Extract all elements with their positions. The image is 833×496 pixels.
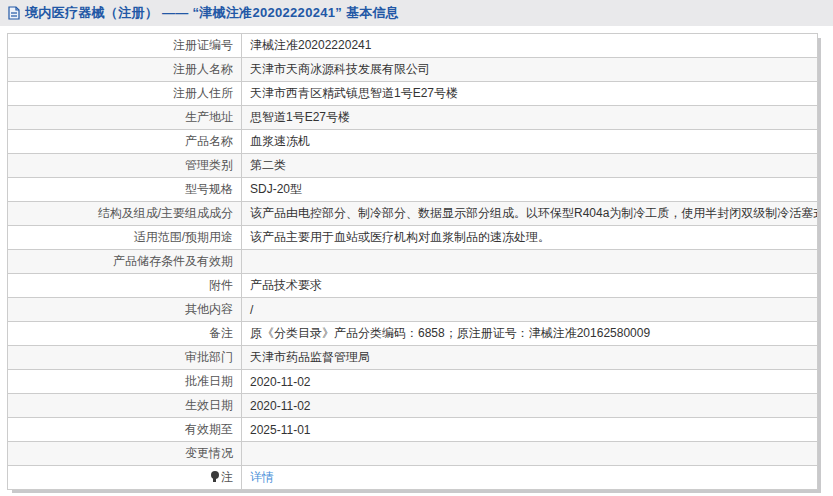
row-value: 第二类	[242, 154, 818, 178]
row-label-text: 批准日期	[185, 374, 233, 388]
row-value: 血浆速冻机	[242, 130, 818, 154]
row-label-text: 注册人名称	[173, 62, 233, 76]
row-value-text: 天津市西青区精武镇思智道1号E27号楼	[250, 86, 458, 100]
row-value-text: 产品技术要求	[250, 278, 322, 292]
row-label-text: 产品储存条件及有效期	[113, 254, 233, 268]
table-row: 注册人名称天津市天商冰源科技发展有限公司	[8, 58, 818, 82]
row-value-text: 2020-11-02	[250, 399, 311, 413]
row-value-text: 思智道1号E27号楼	[250, 110, 350, 124]
row-label-text: 生产地址	[185, 110, 233, 124]
row-label: 变更情况	[8, 442, 242, 466]
table-row: 有效期至2025-11-01	[8, 418, 818, 442]
detail-link[interactable]: 详情	[250, 470, 274, 484]
bulb-icon	[211, 471, 219, 482]
row-label-text: 注	[221, 470, 233, 484]
table-row: 批准日期2020-11-02	[8, 370, 818, 394]
table-row: 适用范围/预期用途该产品主要用于血站或医疗机构对血浆制品的速冻处理。	[8, 226, 818, 250]
row-label: 产品储存条件及有效期	[8, 250, 242, 274]
row-label-text: 变更情况	[185, 446, 233, 460]
row-label: 结构及组成/主要组成成分	[8, 202, 242, 226]
row-value-text: 该产品主要用于血站或医疗机构对血浆制品的速冻处理。	[250, 230, 550, 244]
row-label: 其他内容	[8, 298, 242, 322]
row-label: 适用范围/预期用途	[8, 226, 242, 250]
row-value-text: 原《分类目录》产品分类编码：6858；原注册证号：津械注准20162580009	[250, 326, 650, 340]
row-label-text: 审批部门	[185, 350, 233, 364]
table-row: 产品名称血浆速冻机	[8, 130, 818, 154]
row-value: 产品技术要求	[242, 274, 818, 298]
row-value: 该产品由电控部分、制冷部分、数据显示部分组成。以环保型R404a为制冷工质，使用…	[242, 202, 818, 226]
table-row: 附件产品技术要求	[8, 274, 818, 298]
row-value: /	[242, 298, 818, 322]
row-value-text: 2025-11-01	[250, 423, 311, 437]
table-row: 产品储存条件及有效期	[8, 250, 818, 274]
row-label-text: 有效期至	[185, 422, 233, 436]
row-value-text: 天津市天商冰源科技发展有限公司	[250, 62, 430, 76]
row-label: 审批部门	[8, 346, 242, 370]
row-value: 2020-11-02	[242, 370, 818, 394]
row-label-text: 注册证编号	[173, 38, 233, 52]
table-row: 型号规格SDJ-20型	[8, 178, 818, 202]
row-value: SDJ-20型	[242, 178, 818, 202]
row-label: 注册人住所	[8, 82, 242, 106]
row-label: 型号规格	[8, 178, 242, 202]
row-value: 2020-11-02	[242, 394, 818, 418]
row-label: 生效日期	[8, 394, 242, 418]
registration-info-table-container: 注册证编号津械注准20202220241注册人名称天津市天商冰源科技发展有限公司…	[7, 33, 818, 490]
row-value	[242, 442, 818, 466]
row-value-text: 该产品由电控部分、制冷部分、数据显示部分组成。以环保型R404a为制冷工质，使用…	[250, 206, 818, 220]
table-row: 审批部门天津市药品监督管理局	[8, 346, 818, 370]
row-label-text: 管理类别	[185, 158, 233, 172]
row-value: 天津市天商冰源科技发展有限公司	[242, 58, 818, 82]
row-value: 天津市西青区精武镇思智道1号E27号楼	[242, 82, 818, 106]
row-label: 批准日期	[8, 370, 242, 394]
row-value: 天津市药品监督管理局	[242, 346, 818, 370]
table-row: 备注原《分类目录》产品分类编码：6858；原注册证号：津械注准201625800…	[8, 322, 818, 346]
row-label-text: 注册人住所	[173, 86, 233, 100]
row-label: 生产地址	[8, 106, 242, 130]
row-value-text: /	[250, 303, 253, 317]
row-value: 详情	[242, 466, 818, 490]
row-label: 附件	[8, 274, 242, 298]
row-label-text: 产品名称	[185, 134, 233, 148]
row-label: 备注	[8, 322, 242, 346]
row-value-text: 血浆速冻机	[250, 134, 310, 148]
page-title: 境内医疗器械（注册） —— “津械注准20202220241” 基本信息	[25, 4, 399, 22]
row-label: 注册证编号	[8, 34, 242, 58]
row-label-text: 其他内容	[185, 302, 233, 316]
row-label-text: 型号规格	[185, 182, 233, 196]
row-value: 该产品主要用于血站或医疗机构对血浆制品的速冻处理。	[242, 226, 818, 250]
table-row: 管理类别第二类	[8, 154, 818, 178]
table-row: 结构及组成/主要组成成分该产品由电控部分、制冷部分、数据显示部分组成。以环保型R…	[8, 202, 818, 226]
table-row: 其他内容/	[8, 298, 818, 322]
row-label-text: 备注	[209, 326, 233, 340]
row-value	[242, 250, 818, 274]
row-value: 思智道1号E27号楼	[242, 106, 818, 130]
row-value: 津械注准20202220241	[242, 34, 818, 58]
row-label-text: 生效日期	[185, 398, 233, 412]
table-row: 生产地址思智道1号E27号楼	[8, 106, 818, 130]
row-label: 注	[8, 466, 242, 490]
registration-info-table: 注册证编号津械注准20202220241注册人名称天津市天商冰源科技发展有限公司…	[7, 33, 818, 490]
row-value-text: 2020-11-02	[250, 375, 311, 389]
row-label-text: 适用范围/预期用途	[134, 230, 233, 244]
page-header-bar: 境内医疗器械（注册） —— “津械注准20202220241” 基本信息	[0, 0, 833, 26]
row-label-text: 结构及组成/主要组成成分	[98, 206, 233, 220]
row-value: 2025-11-01	[242, 418, 818, 442]
table-row: 注册人住所天津市西青区精武镇思智道1号E27号楼	[8, 82, 818, 106]
row-value-text: 津械注准20202220241	[250, 38, 371, 52]
row-value: 原《分类目录》产品分类编码：6858；原注册证号：津械注准20162580009	[242, 322, 818, 346]
table-row: 注册证编号津械注准20202220241	[8, 34, 818, 58]
row-value-text: 第二类	[250, 158, 286, 172]
row-value-text: 天津市药品监督管理局	[250, 350, 370, 364]
document-icon	[8, 6, 20, 20]
table-row: 变更情况	[8, 442, 818, 466]
row-value-text: SDJ-20型	[250, 182, 302, 196]
row-label: 管理类别	[8, 154, 242, 178]
table-row: 生效日期2020-11-02	[8, 394, 818, 418]
row-label: 有效期至	[8, 418, 242, 442]
row-label-text: 附件	[209, 278, 233, 292]
row-label: 产品名称	[8, 130, 242, 154]
row-label: 注册人名称	[8, 58, 242, 82]
table-row: 注详情	[8, 466, 818, 490]
